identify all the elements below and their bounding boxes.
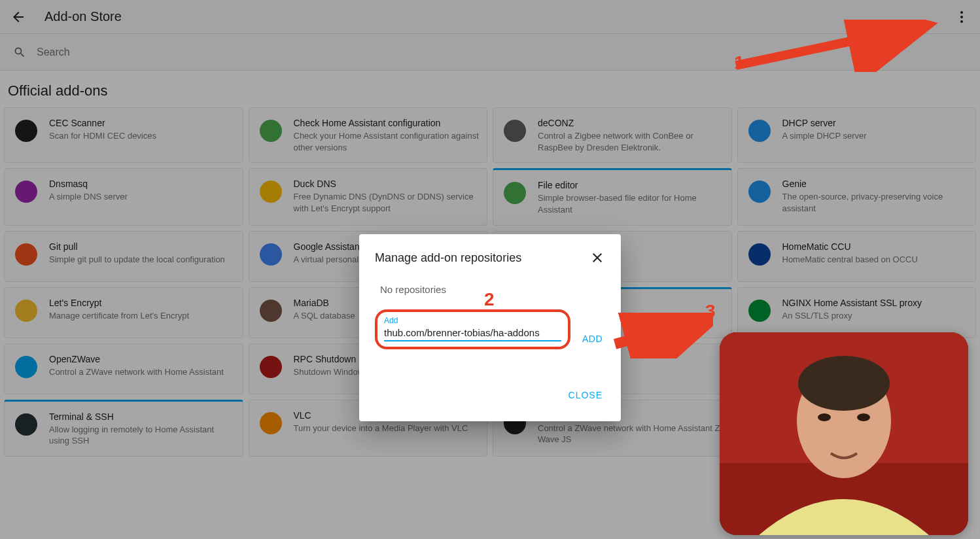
dialog-title: Manage add-on repositories <box>375 251 521 265</box>
presenter-avatar-icon <box>720 332 968 535</box>
svg-point-34 <box>857 413 870 421</box>
svg-point-32 <box>798 356 890 411</box>
repo-url-input[interactable] <box>384 325 561 341</box>
svg-point-33 <box>818 413 831 421</box>
dialog-close-button[interactable] <box>589 250 605 266</box>
annotation-number-1: 1 <box>734 52 744 73</box>
presenter-webcam <box>720 332 968 535</box>
add-repo-button[interactable]: ADD <box>580 328 605 349</box>
repositories-dialog: Manage add-on repositories No repositori… <box>359 234 621 421</box>
close-icon <box>589 250 605 266</box>
repo-field-label: Add <box>384 316 561 325</box>
dialog-close-action[interactable]: CLOSE <box>566 385 605 406</box>
annotation-number-3: 3 <box>705 301 716 322</box>
annotation-highlight-2: Add <box>375 309 570 349</box>
annotation-number-2: 2 <box>484 289 495 310</box>
